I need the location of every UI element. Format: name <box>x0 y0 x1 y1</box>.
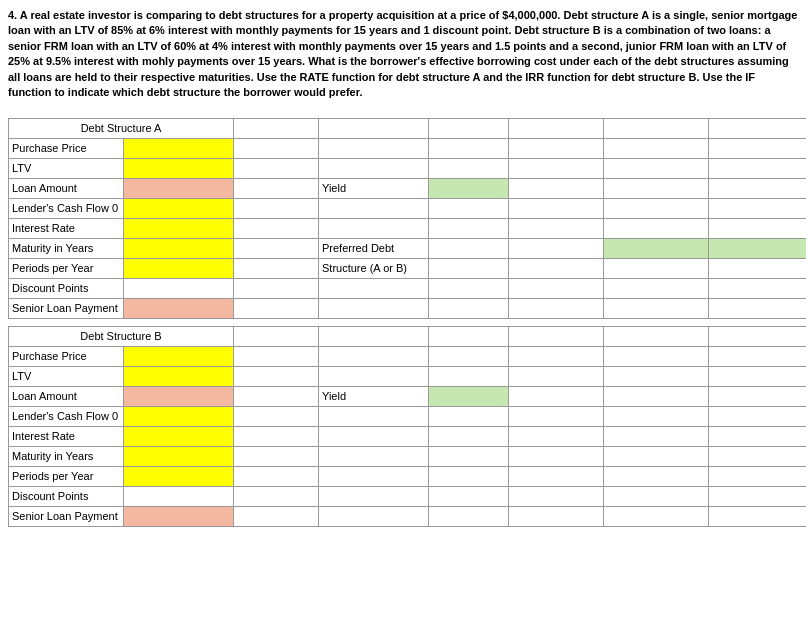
table-row: Discount Points <box>9 486 807 506</box>
label-periods-a: Periods per Year <box>9 258 124 278</box>
cell-senior-payment-a[interactable] <box>124 298 234 318</box>
table-row: Maturity in Years Preferred Debt <box>9 238 807 258</box>
table-row: Interest Rate <box>9 426 807 446</box>
cell-lenders-cf0-b[interactable] <box>124 406 234 426</box>
label-ltv-a: LTV <box>9 158 124 178</box>
label-discount-a: Discount Points <box>9 278 124 298</box>
table-row: Senior Loan Payment <box>9 298 807 318</box>
label-senior-payment-b: Senior Loan Payment <box>9 506 124 526</box>
cell-purchase-price-a[interactable] <box>124 138 234 158</box>
cell-lenders-cf0-a[interactable] <box>124 198 234 218</box>
label-senior-payment-a: Senior Loan Payment <box>9 298 124 318</box>
cell-preferred-debt-a2[interactable] <box>709 238 807 258</box>
label-maturity-b: Maturity in Years <box>9 446 124 466</box>
table-row: Lender's Cash Flow 0 <box>9 198 807 218</box>
label-discount-b: Discount Points <box>9 486 124 506</box>
label-loan-amount-a: Loan Amount <box>9 178 124 198</box>
label-yield-a: Yield <box>319 178 429 198</box>
cell-discount-b[interactable] <box>124 486 234 506</box>
label-lenders-cf0-b: Lender's Cash Flow 0 <box>9 406 124 426</box>
label-purchase-price-a: Purchase Price <box>9 138 124 158</box>
label-lenders-cf0-a: Lender's Cash Flow 0 <box>9 198 124 218</box>
table-row: Purchase Price <box>9 346 807 366</box>
section-b-label: Debt Structure B <box>9 326 234 346</box>
cell-ltv-a[interactable] <box>124 158 234 178</box>
table-row: Purchase Price <box>9 138 807 158</box>
label-ltv-b: LTV <box>9 366 124 386</box>
table-row: Discount Points <box>9 278 807 298</box>
cell-yield-b[interactable] <box>429 386 509 406</box>
label-loan-amount-b: Loan Amount <box>9 386 124 406</box>
table-row: Interest Rate <box>9 218 807 238</box>
cell-preferred-debt-a1[interactable] <box>604 238 709 258</box>
cell-white-2-a <box>709 218 807 238</box>
cell-yield-a[interactable] <box>429 178 509 198</box>
cell-loan-amount-b[interactable] <box>124 386 234 406</box>
cell-maturity-b[interactable] <box>124 446 234 466</box>
label-interest-rate-b: Interest Rate <box>9 426 124 446</box>
intro-paragraph: 4. A real estate investor is comparing t… <box>8 8 798 100</box>
table-row: Periods per Year <box>9 466 807 486</box>
cell-interest-rate-b[interactable] <box>124 426 234 446</box>
cell-ltv-b[interactable] <box>124 366 234 386</box>
table-row: LTV <box>9 158 807 178</box>
cell-loan-amount-a[interactable] <box>124 178 234 198</box>
table-row: Lender's Cash Flow 0 <box>9 406 807 426</box>
cell-interest-rate-a[interactable] <box>124 218 234 238</box>
label-structure-a: Structure (A or B) <box>319 258 429 278</box>
label-preferred-debt-a: Preferred Debt <box>319 238 429 258</box>
cell-white-1-a <box>509 218 604 238</box>
cell-senior-payment-b[interactable] <box>124 506 234 526</box>
section-b-header-row: Debt Structure B <box>9 326 807 346</box>
label-yield-b: Yield <box>319 386 429 406</box>
cell-periods-b[interactable] <box>124 466 234 486</box>
table-row: LTV <box>9 366 807 386</box>
label-maturity-a: Maturity in Years <box>9 238 124 258</box>
table-row: Senior Loan Payment <box>9 506 807 526</box>
section-a-label: Debt Structure A <box>9 118 234 138</box>
label-interest-rate-a: Interest Rate <box>9 218 124 238</box>
cell-purchase-price-b[interactable] <box>124 346 234 366</box>
cell-maturity-a[interactable] <box>124 238 234 258</box>
table-row: Periods per Year Structure (A or B) <box>9 258 807 278</box>
cell-discount-a[interactable] <box>124 278 234 298</box>
table-row: Maturity in Years <box>9 446 807 466</box>
table-row: Loan Amount Yield <box>9 178 807 198</box>
label-periods-b: Periods per Year <box>9 466 124 486</box>
label-purchase-price-b: Purchase Price <box>9 346 124 366</box>
table-row: Loan Amount Yield <box>9 386 807 406</box>
cell-periods-a[interactable] <box>124 258 234 278</box>
section-a-header-row: Debt Structure A <box>9 118 807 138</box>
